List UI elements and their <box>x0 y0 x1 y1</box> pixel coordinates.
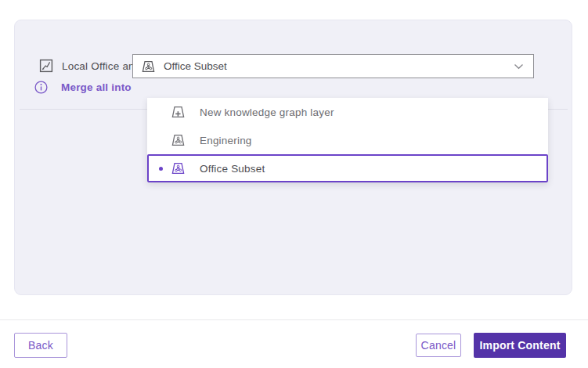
new-knowledge-graph-layer-icon <box>171 105 186 119</box>
merge-target-dropdown-list: New knowledge graph layer Enginering <box>147 98 548 182</box>
merge-target-select[interactable]: Office Subset <box>132 54 534 78</box>
selected-option-dot-icon <box>159 167 163 171</box>
dropdown-option-label: Enginering <box>200 135 252 146</box>
dropdown-option-enginering[interactable]: Enginering <box>147 126 548 154</box>
sketch-layer-icon <box>39 59 53 73</box>
import-content-button[interactable]: Import Content <box>474 333 566 358</box>
dropdown-option-office-subset[interactable]: Office Subset <box>147 154 548 182</box>
knowledge-graph-layer-icon <box>171 161 186 175</box>
cancel-button[interactable]: Cancel <box>416 334 461 357</box>
merge-target-select-value: Office Subset <box>164 60 514 72</box>
dropdown-option-new-knowledge-graph-layer[interactable]: New knowledge graph layer <box>147 98 548 126</box>
knowledge-graph-layer-icon <box>141 60 156 74</box>
merge-all-into-row: Merge all into <box>34 74 132 99</box>
merge-all-into-label: Merge all into <box>61 81 132 93</box>
dropdown-option-label: New knowledge graph layer <box>200 106 334 118</box>
dropdown-option-label: Office Subset <box>200 163 265 175</box>
footer-divider <box>0 319 588 320</box>
info-icon <box>34 81 48 94</box>
back-button[interactable]: Back <box>14 333 67 358</box>
chevron-down-icon <box>514 63 524 70</box>
import-content-dialog: Local Office and Engineering Affiliates … <box>0 0 588 368</box>
knowledge-graph-layer-icon <box>171 133 186 147</box>
